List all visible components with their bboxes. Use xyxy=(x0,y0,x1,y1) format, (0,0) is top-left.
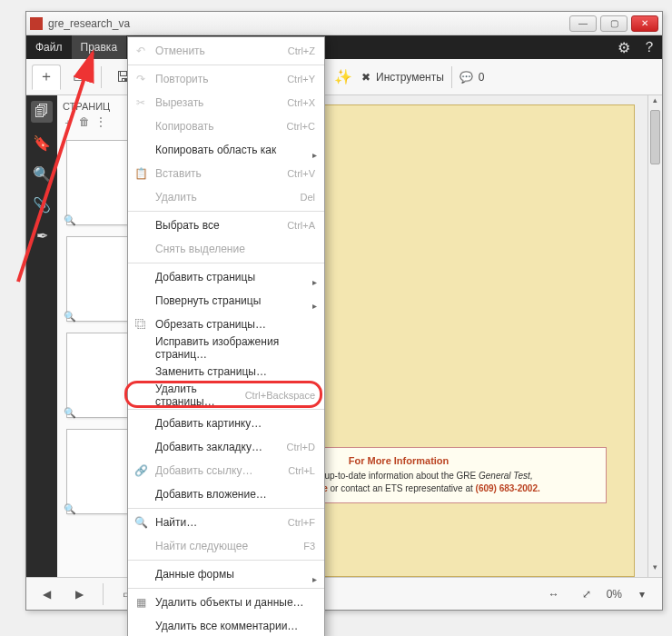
prev-page-button[interactable]: ◀ xyxy=(34,583,59,605)
menu-edit[interactable]: Правка xyxy=(72,35,127,59)
menu-item: КопироватьCtrl+C xyxy=(128,114,324,138)
search-icon[interactable]: 🔍 xyxy=(31,163,53,184)
menu-item-icon: ✂ xyxy=(133,96,148,109)
menu-item[interactable]: Добавить вложение… xyxy=(128,482,324,506)
menu-item[interactable]: Заменить страницы… xyxy=(128,360,324,383)
menu-item[interactable]: Добавить закладку…Ctrl+D xyxy=(128,435,324,459)
menu-item[interactable]: Выбрать всеCtrl+A xyxy=(128,214,324,237)
menu-item-shortcut: Ctrl+C xyxy=(287,121,315,132)
menu-item-label: Отменить xyxy=(155,45,205,57)
menu-item: УдалитьDel xyxy=(128,185,324,209)
menu-item-label: Вставить xyxy=(155,167,202,180)
wand-button[interactable]: ✨ xyxy=(329,65,358,90)
zoom-dropdown-icon[interactable]: ▾ xyxy=(629,583,655,605)
scroll-down-icon[interactable]: ▾ xyxy=(648,562,662,577)
edit-menu-dropdown: ↶ОтменитьCtrl+Z↷ПовторитьCtrl+Y✂Вырезать… xyxy=(127,36,325,636)
maximize-button[interactable]: ▢ xyxy=(600,15,628,32)
tools-button[interactable]: ✖ Инструменты xyxy=(361,71,444,84)
menu-item-label: Вырезать xyxy=(155,96,203,109)
menu-item[interactable]: Удалить все комментарии… xyxy=(128,614,324,636)
left-toolbar: 🗐 🔖 🔍 📎 ✒ xyxy=(26,95,57,577)
page-thumbnail[interactable] xyxy=(66,236,132,322)
menu-item-label: Данные формы xyxy=(155,568,234,581)
menu-item-icon: 🔗 xyxy=(133,464,148,477)
signatures-icon[interactable]: ✒ xyxy=(31,224,53,246)
menu-item: 🔗Добавить ссылку…Ctrl+L xyxy=(128,459,324,482)
menu-item-label: Выбрать все xyxy=(155,219,220,232)
fit-width-icon[interactable]: ↔ xyxy=(541,583,567,605)
menu-item-label: Повторить xyxy=(155,73,209,85)
menu-file[interactable]: Файл xyxy=(26,35,72,59)
menu-item: Снять выделение xyxy=(128,237,324,261)
page-thumbnail[interactable] xyxy=(66,333,132,418)
body: 🗐 🔖 🔍 📎 ✒ СТРАНИЦ ＋ 🗑 ⋮ For M xyxy=(26,95,662,577)
menubar: Файл Правка ⚙ ？ xyxy=(26,35,662,59)
menu-item-label: Удалить объекты и данные… xyxy=(155,596,304,609)
menu-item: ↶ОтменитьCtrl+Z xyxy=(128,39,324,63)
menu-item[interactable]: 🔍Найти…Ctrl+F xyxy=(128,511,324,534)
menu-item-shortcut: Del xyxy=(300,192,315,203)
menu-item-shortcut: Ctrl+X xyxy=(287,97,315,108)
fit-page-icon[interactable]: ⤢ xyxy=(574,583,599,605)
comments-button[interactable]: 💬 0 xyxy=(460,71,485,84)
menu-item-label: Добавить вложение… xyxy=(155,488,267,501)
menu-item[interactable]: Добавить картинку… xyxy=(128,412,324,435)
attachments-icon[interactable]: 📎 xyxy=(31,194,53,215)
thumb-add-icon[interactable]: ＋ xyxy=(63,115,74,131)
menu-item-icon: 📋 xyxy=(133,167,148,180)
next-page-button[interactable]: ▶ xyxy=(66,583,92,605)
menu-item-label: Удалить все комментарии… xyxy=(155,620,298,632)
menu-item-shortcut: Ctrl+Backspace xyxy=(245,390,315,401)
help-icon[interactable]: ？ xyxy=(637,35,662,59)
menu-item: ↷ПовторитьCtrl+Y xyxy=(128,67,324,91)
page-thumbnail[interactable] xyxy=(66,429,132,514)
titlebar: gre_research_va — ▢ ✕ xyxy=(26,12,662,35)
menu-item: ✂ВырезатьCtrl+X xyxy=(128,91,324,114)
menu-item[interactable]: Добавить страницы xyxy=(128,265,324,289)
page-thumbnail[interactable] xyxy=(66,140,132,225)
menu-item-label: Копировать область как xyxy=(155,144,276,156)
tools-icon: ✖ xyxy=(361,71,371,84)
menu-item-label: Копировать xyxy=(155,120,214,133)
close-button[interactable]: ✕ xyxy=(631,15,658,32)
new-tab-button[interactable]: ＋ xyxy=(32,65,61,90)
menu-item-shortcut: Ctrl+Y xyxy=(287,74,315,84)
menu-item-icon: ↶ xyxy=(133,45,148,57)
menu-item-shortcut: F3 xyxy=(303,541,315,552)
menu-item-label: Удалить xyxy=(155,191,197,204)
settings-icon[interactable]: ⚙ xyxy=(611,35,637,59)
menu-item-icon: ⿻ xyxy=(133,318,148,331)
menu-item-label: Исправить изображения страниц… xyxy=(155,335,315,361)
bookmarks-icon[interactable]: 🔖 xyxy=(31,132,53,154)
zoom-value[interactable]: 0% xyxy=(607,588,622,601)
thumbnails-icon[interactable]: 🗐 xyxy=(31,101,53,123)
menu-item[interactable]: Данные формы xyxy=(128,562,324,586)
window-title: gre_research_va xyxy=(48,17,566,30)
menu-item[interactable]: Удалить страницы…Ctrl+Backspace xyxy=(128,383,324,407)
thumb-more-icon[interactable]: ⋮ xyxy=(95,115,106,131)
thumb-delete-icon[interactable]: 🗑 xyxy=(79,115,90,131)
vertical-scrollbar[interactable]: ▴ ▾ xyxy=(647,95,662,577)
statusbar: ◀ ▶ ▭ 🔍 Фоновое расп… ↔ ⤢ 0% ▾ xyxy=(26,577,662,610)
document-tab[interactable]: ▭ xyxy=(64,65,94,90)
minimize-button[interactable]: — xyxy=(569,15,597,32)
scroll-up-icon[interactable]: ▴ xyxy=(648,95,662,110)
menu-item[interactable]: ⿻Обрезать страницы… xyxy=(128,313,324,336)
menu-item-label: Снять выделение xyxy=(155,243,245,255)
menu-item-label: Заменить страницы… xyxy=(155,365,267,378)
menu-item[interactable]: ▦Удалить объекты и данные… xyxy=(128,591,324,614)
menu-item-shortcut: Ctrl+A xyxy=(287,220,315,231)
menu-item[interactable]: Копировать область как xyxy=(128,138,324,162)
menu-item[interactable]: Исправить изображения страниц… xyxy=(128,336,324,360)
menu-item-shortcut: Ctrl+D xyxy=(287,442,315,452)
scroll-thumb[interactable] xyxy=(650,110,660,164)
menu-item-shortcut: Ctrl+V xyxy=(287,168,315,179)
menu-item-icon: ▦ xyxy=(133,596,148,609)
menu-item[interactable]: Повернуть страницы xyxy=(128,289,324,313)
tools-label: Инструменты xyxy=(376,71,444,84)
menu-item: Найти следующееF3 xyxy=(128,534,324,558)
menu-item-shortcut: Ctrl+Z xyxy=(288,45,315,56)
menu-item-icon: ↷ xyxy=(133,73,148,85)
menu-item-label: Удалить страницы… xyxy=(155,383,245,408)
comment-icon: 💬 xyxy=(460,71,473,84)
